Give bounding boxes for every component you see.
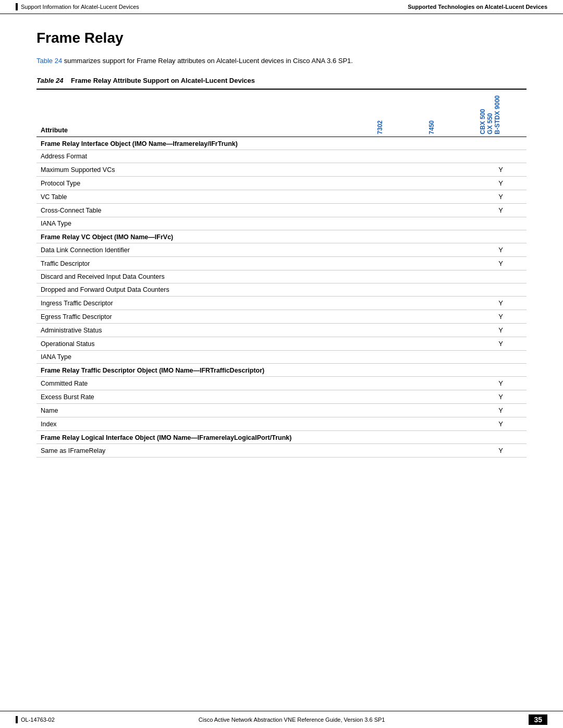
attr-cell: Name [36,404,372,417]
value-cell [372,324,424,337]
table-row: VC TableY [36,190,527,204]
section-header-cell: Frame Relay Traffic Descriptor Object (I… [36,364,527,377]
col-header-cbx-label: CBX 500GX 550B-STDX 9000 [479,92,501,134]
attr-cell: Index [36,417,372,431]
table-row: Egress Traffic DescriptorY [36,310,527,324]
attr-cell: Cross-Connect Table [36,204,372,217]
section-header-cell: Frame Relay Logical Interface Object (IM… [36,431,527,444]
value-cell [475,270,527,283]
value-cell [372,377,424,390]
table-row: Excess Burst RateY [36,390,527,404]
value-cell [424,150,475,163]
value-cell [372,257,424,270]
value-cell: Y [475,190,527,204]
col-header-7302-label: 7302 [376,117,384,134]
attr-cell: Ingress Traffic Descriptor [36,297,372,310]
attr-cell: Excess Burst Rate [36,390,372,404]
value-cell [372,417,424,431]
value-cell [424,257,475,270]
attr-cell: VC Table [36,190,372,204]
col-header-7450: 7450 [424,89,475,137]
value-cell [372,404,424,417]
data-table: Attribute 7302 7450 CBX 500GX 550B-STDX … [36,89,527,458]
table-row: Traffic DescriptorY [36,257,527,270]
value-cell [372,217,424,230]
attr-cell: Maximum Supported VCs [36,163,372,177]
table-caption: Table 24 Frame Relay Attribute Support o… [36,77,527,84]
value-cell [372,444,424,458]
table-row: Dropped and Forward Output Data Counters [36,283,527,297]
value-cell [372,190,424,204]
attr-cell: Administrative Status [36,324,372,337]
value-cell: Y [475,204,527,217]
header-right-text: Supported Technologies on Alcatel-Lucent… [408,4,547,10]
col-header-7302: 7302 [372,89,424,137]
section-header-row: Frame Relay Interface Object (IMO Name—I… [36,137,527,150]
value-cell: Y [475,163,527,177]
value-cell [424,297,475,310]
header-left: Support Information for Alcatel-Lucent D… [16,3,139,10]
section-header-row: Frame Relay Logical Interface Object (IM… [36,431,527,444]
value-cell [424,377,475,390]
value-cell: Y [475,324,527,337]
value-cell: Y [475,257,527,270]
value-cell [475,351,527,364]
table-row: Address Format [36,150,527,163]
main-content: Frame Relay Table 24 summarizes support … [0,14,563,504]
table-row: IANA Type [36,351,527,364]
value-cell [424,444,475,458]
value-cell [424,163,475,177]
footer-center-text: Cisco Active Network Abstraction VNE Ref… [199,717,385,723]
intro-text: Table 24 summarizes support for Frame Re… [36,56,527,66]
attr-cell: IANA Type [36,351,372,364]
value-cell: Y [475,404,527,417]
table-row: NameY [36,404,527,417]
value-cell [372,163,424,177]
footer-left: OL-14763-02 [16,716,55,723]
attr-cell: Traffic Descriptor [36,257,372,270]
table-row: Same as IFrameRelayY [36,444,527,458]
attr-cell: Data Link Connection Identifier [36,243,372,257]
value-cell [424,283,475,297]
value-cell [372,297,424,310]
value-cell: Y [475,177,527,190]
table-row: Cross-Connect TableY [36,204,527,217]
value-cell [372,150,424,163]
col-header-7450-label: 7450 [428,117,435,134]
table-row: IndexY [36,417,527,431]
attr-cell: Dropped and Forward Output Data Counters [36,283,372,297]
attr-cell: Protocol Type [36,177,372,190]
value-cell [424,310,475,324]
value-cell [424,270,475,283]
value-cell [424,243,475,257]
col-header-cbx: CBX 500GX 550B-STDX 9000 [475,89,527,137]
table-title: Frame Relay Attribute Support on Alcatel… [71,77,255,84]
value-cell: Y [475,377,527,390]
footer-bar: OL-14763-02 Cisco Active Network Abstrac… [0,711,563,728]
value-cell: Y [475,337,527,351]
value-cell [424,177,475,190]
value-cell [475,150,527,163]
value-cell [475,217,527,230]
footer-left-text: OL-14763-02 [21,717,55,723]
value-cell [424,337,475,351]
value-cell [372,204,424,217]
value-cell [424,217,475,230]
table-link[interactable]: Table 24 [36,57,62,65]
value-cell [372,337,424,351]
value-cell [424,390,475,404]
value-cell [372,243,424,257]
table-row: Ingress Traffic DescriptorY [36,297,527,310]
attr-cell: Same as IFrameRelay [36,444,372,458]
page-title: Frame Relay [36,30,527,46]
section-header-cell: Frame Relay Interface Object (IMO Name—I… [36,137,527,150]
table-row: Administrative StatusY [36,324,527,337]
page-container: Support Information for Alcatel-Lucent D… [0,0,563,728]
header-bar: Support Information for Alcatel-Lucent D… [0,0,563,14]
attr-cell: Discard and Received Input Data Counters [36,270,372,283]
value-cell [424,324,475,337]
section-header-row: Frame Relay Traffic Descriptor Object (I… [36,364,527,377]
attr-cell: Egress Traffic Descriptor [36,310,372,324]
table-body: Frame Relay Interface Object (IMO Name—I… [36,137,527,458]
value-cell [372,283,424,297]
